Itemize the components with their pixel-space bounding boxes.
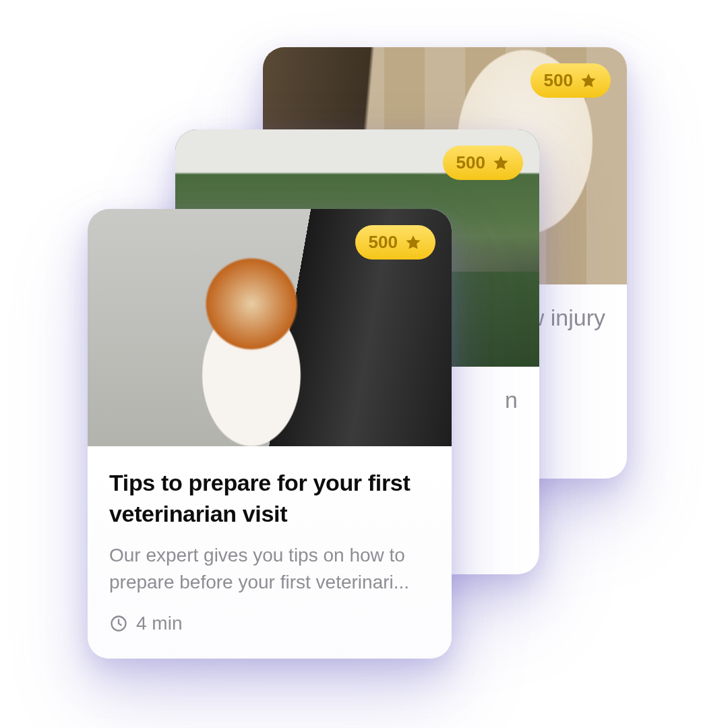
star-icon (404, 234, 422, 251)
card-description: Our expert gives you tips on how to prep… (109, 542, 430, 597)
points-badge: 500 (530, 63, 611, 98)
card-cover-image: 500 (88, 209, 452, 446)
points-value: 500 (456, 152, 485, 173)
card-body: Tips to prepare for your first veterinar… (88, 446, 452, 659)
read-time: 4 min (109, 613, 430, 634)
card-stack: 500 w injury 500 n 500 (0, 0, 728, 728)
points-badge: 500 (443, 146, 523, 180)
read-time-value: 4 min (136, 613, 182, 634)
article-card-1[interactable]: 500 Tips to prepare for your first veter… (88, 209, 452, 659)
star-icon (492, 154, 510, 172)
points-value: 500 (544, 70, 573, 91)
star-icon (580, 72, 597, 90)
points-badge: 500 (355, 225, 435, 260)
clock-icon (109, 614, 128, 633)
points-value: 500 (369, 232, 398, 253)
card-title: Tips to prepare for your first veterinar… (109, 468, 430, 530)
